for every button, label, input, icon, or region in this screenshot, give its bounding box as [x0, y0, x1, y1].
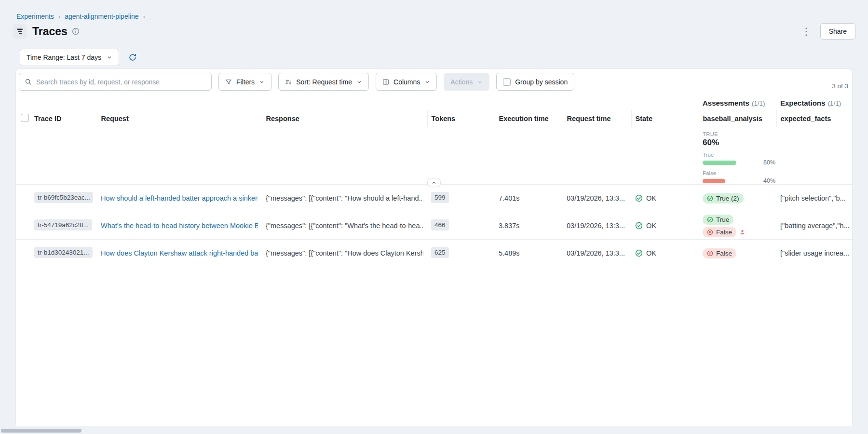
check-circle-icon: [635, 249, 643, 257]
table-header-row: Trace ID Request Response Tokens Executi…: [16, 110, 853, 127]
share-button[interactable]: Share: [820, 23, 855, 40]
breadcrumb: Experiments › agent-alignment-pipeline ›: [16, 13, 145, 20]
table-row[interactable]: tr-b69fc5b23eac... How should a left-han…: [16, 185, 853, 212]
breadcrumb-experiments[interactable]: Experiments: [16, 13, 54, 20]
traces-icon: [13, 24, 27, 39]
chevron-down-icon: [477, 79, 483, 85]
sort-button[interactable]: Sort: Request time: [278, 73, 369, 91]
summary-false-label: False: [703, 170, 773, 176]
breadcrumb-separator: ›: [58, 13, 60, 20]
chevron-down-icon: [259, 79, 265, 85]
breadcrumb-separator: ›: [143, 13, 145, 20]
table-row[interactable]: tr-54719a62c28... What's the head-to-hea…: [16, 212, 853, 240]
expected-facts-text: ["batting average","h...: [780, 222, 849, 230]
time-range-label: Time Range: Last 7 days: [27, 54, 101, 61]
col-header-tokens: Tokens: [427, 110, 495, 127]
summary-false-pct: 40%: [763, 177, 775, 184]
execution-time: 5.489s: [499, 249, 520, 257]
state-badge: OK: [635, 249, 695, 257]
column-group-header-row: Assessments(1/1) Expectations(1/1): [16, 91, 853, 110]
table-row[interactable]: tr-b1d30243021... How does Clayton Kersh…: [16, 240, 853, 267]
group-by-session-toggle[interactable]: Group by session: [496, 73, 574, 91]
x-circle-icon: [707, 250, 713, 257]
summary-value: 60%: [703, 138, 773, 148]
col-header-response: Response: [262, 110, 427, 127]
col-header-request: Request: [97, 110, 262, 127]
sort-icon: [285, 79, 292, 85]
chevron-down-icon: [424, 79, 430, 85]
group-header-expectations: Expectations(1/1): [776, 91, 853, 110]
assessment-summary-row: TRUE 60% True 60% False 40%: [16, 127, 853, 185]
traces-card: Filters Sort: Request time: [15, 68, 853, 426]
check-circle-icon: [635, 222, 643, 230]
x-circle-icon: [707, 229, 713, 235]
chevron-up-icon: [431, 180, 437, 186]
chevron-down-icon: [107, 54, 112, 60]
execution-time: 7.401s: [499, 194, 520, 202]
state-badge: OK: [635, 194, 695, 202]
summary-true-pct: 60%: [763, 159, 775, 166]
summary-true-label: True: [703, 152, 773, 158]
col-header-execution-time: Execution time: [495, 110, 563, 127]
summary-false-bar: [703, 179, 725, 183]
col-header-trace-id: Trace ID: [30, 110, 97, 127]
page-header: Traces ⋮ Share: [13, 23, 855, 40]
time-range-controls: Time Range: Last 7 days: [20, 49, 137, 66]
chevron-down-icon: [356, 79, 362, 85]
actions-label: Actions: [450, 78, 473, 86]
group-header-assessments-count: (1/1): [752, 100, 765, 107]
time-range-dropdown[interactable]: Time Range: Last 7 days: [20, 49, 119, 66]
state-badge: OK: [635, 222, 695, 230]
result-count: 3 of 3: [832, 82, 848, 90]
tokens-badge: 599: [431, 192, 449, 203]
tokens-badge: 625: [431, 247, 449, 258]
assessment-false-badge[interactable]: False: [703, 227, 736, 237]
summary-true-bar: [703, 161, 736, 165]
col-header-request-time: Request time: [563, 110, 631, 127]
filters-button[interactable]: Filters: [218, 73, 271, 91]
page-title: Traces: [32, 25, 68, 38]
group-by-session-checkbox[interactable]: [503, 78, 511, 86]
expected-facts-text: ["pitch selection","b...: [780, 194, 849, 202]
assessment-summary: TRUE 60% True 60% False 40%: [699, 127, 776, 185]
response-text: {"messages": [{"content": "What's the he…: [266, 222, 423, 230]
collapse-summary-button[interactable]: [427, 178, 441, 187]
request-time: 03/19/2026, 13:3...: [567, 249, 627, 257]
breadcrumb-pipeline[interactable]: agent-alignment-pipeline: [65, 13, 138, 20]
state-label: OK: [646, 249, 656, 257]
trace-id-badge[interactable]: tr-b1d30243021...: [34, 247, 93, 258]
columns-button[interactable]: Columns: [376, 73, 437, 91]
request-link[interactable]: What's the head-to-head history between …: [101, 222, 258, 230]
summary-true-bar-track: [703, 161, 759, 165]
check-circle-icon: [635, 194, 643, 202]
actions-button[interactable]: Actions: [444, 73, 489, 91]
header-actions: ⋮ Share: [800, 23, 855, 40]
horizontal-scrollbar[interactable]: [1, 429, 81, 433]
sort-label: Sort: Request time: [296, 78, 352, 86]
summary-value-label: TRUE: [703, 131, 773, 137]
summary-false-bar-row: 40%: [703, 177, 773, 184]
search-box: [19, 73, 212, 91]
search-input[interactable]: [36, 78, 206, 86]
state-label: OK: [646, 194, 656, 202]
trace-id-badge[interactable]: tr-b69fc5b23eac...: [34, 192, 93, 203]
request-link[interactable]: How does Clayton Kershaw attack right-ha…: [101, 249, 258, 257]
overflow-menu-icon[interactable]: ⋮: [800, 27, 813, 36]
assessment-true-badge[interactable]: True (2): [703, 193, 744, 203]
assessment-badges: True False: [703, 215, 773, 237]
request-time: 03/19/2026, 13:3...: [567, 194, 627, 202]
execution-time: 3.837s: [499, 222, 520, 230]
select-all-checkbox[interactable]: [21, 114, 29, 122]
summary-true-bar-row: 60%: [703, 159, 773, 166]
refresh-icon[interactable]: [128, 53, 137, 62]
trace-id-badge[interactable]: tr-54719a62c28...: [34, 219, 92, 231]
assessment-false-badge[interactable]: False: [703, 248, 736, 258]
state-label: OK: [646, 222, 656, 230]
response-text: {"messages": [{"content": "How does Clay…: [266, 249, 423, 257]
assessment-true-badge[interactable]: True: [703, 215, 733, 225]
request-link[interactable]: How should a left-handed batter approach…: [101, 194, 258, 202]
check-circle-icon: [707, 195, 713, 202]
info-icon[interactable]: [72, 27, 80, 35]
filters-label: Filters: [236, 78, 255, 86]
tokens-badge: 466: [431, 219, 449, 231]
